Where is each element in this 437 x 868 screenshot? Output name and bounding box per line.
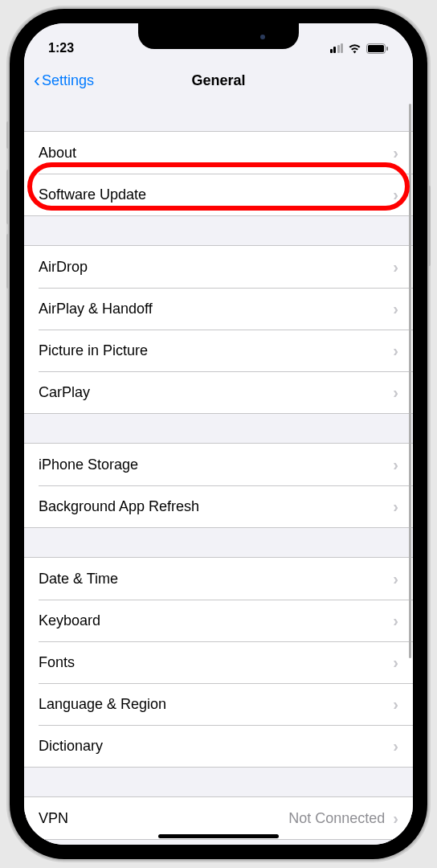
row-label: VPN xyxy=(39,810,68,827)
row-label: iPhone Storage xyxy=(39,457,138,473)
row-label: Language & Region xyxy=(39,696,166,713)
row-label: About xyxy=(39,145,76,162)
row-label: Dictionary xyxy=(39,738,103,755)
volume-up-button xyxy=(6,170,10,224)
chevron-right-icon: › xyxy=(393,695,398,714)
list-item-vpn[interactable]: VPN Not Connected › xyxy=(24,797,413,839)
chevron-right-icon: › xyxy=(393,497,398,516)
row-label: Keyboard xyxy=(39,612,100,629)
row-label: CarPlay xyxy=(39,384,90,401)
list-item-software-update[interactable]: Software Update › xyxy=(24,174,413,215)
list-item-fonts[interactable]: Fonts › xyxy=(24,641,413,683)
navigation-bar: ‹ Settings General xyxy=(24,62,413,102)
chevron-right-icon: › xyxy=(393,300,398,318)
page-title: General xyxy=(191,72,245,89)
back-button-label: Settings xyxy=(42,72,94,89)
list-section: iPhone Storage › Background App Refresh … xyxy=(24,443,413,528)
svg-rect-2 xyxy=(386,47,388,51)
row-label: Fonts xyxy=(39,654,75,671)
list-item-carplay[interactable]: CarPlay › xyxy=(24,371,413,413)
row-label: Software Update xyxy=(39,186,146,203)
chevron-right-icon: › xyxy=(393,809,398,828)
list-item-keyboard[interactable]: Keyboard › xyxy=(24,600,413,641)
notch xyxy=(138,23,299,49)
chevron-right-icon: › xyxy=(393,258,398,276)
chevron-right-icon: › xyxy=(393,570,398,588)
content-area[interactable]: About › Software Update › AirDrop › xyxy=(24,102,413,845)
list-section: About › Software Update › xyxy=(24,131,413,216)
chevron-right-icon: › xyxy=(393,342,398,360)
row-label: Picture in Picture xyxy=(39,342,148,359)
wifi-icon xyxy=(348,43,361,54)
scroll-indicator[interactable] xyxy=(409,104,411,658)
chevron-right-icon: › xyxy=(393,737,398,755)
list-item-iphone-storage[interactable]: iPhone Storage › xyxy=(24,444,413,485)
chevron-right-icon: › xyxy=(393,612,398,630)
row-label: Background App Refresh xyxy=(39,498,199,515)
row-label: AirPlay & Handoff xyxy=(39,301,153,317)
chevron-right-icon: › xyxy=(393,456,398,474)
chevron-right-icon: › xyxy=(393,653,398,672)
list-item-picture-in-picture[interactable]: Picture in Picture › xyxy=(24,330,413,371)
list-section: VPN Not Connected › xyxy=(24,796,413,840)
status-time: 1:23 xyxy=(48,41,74,55)
section-gap xyxy=(24,768,413,796)
chevron-left-icon: ‹ xyxy=(34,69,40,92)
section-gap xyxy=(24,528,413,557)
back-button[interactable]: ‹ Settings xyxy=(34,69,94,92)
list-item-dictionary[interactable]: Dictionary › xyxy=(24,725,413,767)
row-label: AirDrop xyxy=(39,259,88,276)
chevron-right-icon: › xyxy=(393,144,398,162)
phone-frame: 1:23 ‹ Settings xyxy=(10,9,427,859)
list-section: AirDrop › AirPlay & Handoff › Picture in… xyxy=(24,245,413,414)
list-item-airdrop[interactable]: AirDrop › xyxy=(24,246,413,288)
chevron-right-icon: › xyxy=(393,383,398,402)
row-label: Date & Time xyxy=(39,571,118,588)
list-section: Date & Time › Keyboard › Fonts › Languag… xyxy=(24,557,413,768)
chevron-right-icon: › xyxy=(393,186,398,204)
row-detail: Not Connected xyxy=(288,810,385,827)
list-item-background-app-refresh[interactable]: Background App Refresh › xyxy=(24,485,413,527)
section-gap xyxy=(24,102,413,131)
status-icons xyxy=(330,43,390,54)
home-indicator[interactable] xyxy=(158,834,279,838)
cellular-signal-icon xyxy=(330,43,344,53)
list-item-language-region[interactable]: Language & Region › xyxy=(24,683,413,725)
section-gap xyxy=(24,216,413,245)
screen: 1:23 ‹ Settings xyxy=(24,23,413,845)
power-button xyxy=(427,186,431,266)
silence-switch xyxy=(6,121,10,149)
battery-icon xyxy=(366,43,389,54)
section-gap xyxy=(24,414,413,443)
svg-rect-1 xyxy=(368,45,384,52)
list-item-airplay-handoff[interactable]: AirPlay & Handoff › xyxy=(24,288,413,330)
volume-down-button xyxy=(6,234,10,289)
list-item-date-time[interactable]: Date & Time › xyxy=(24,558,413,600)
list-item-about[interactable]: About › xyxy=(24,132,413,174)
